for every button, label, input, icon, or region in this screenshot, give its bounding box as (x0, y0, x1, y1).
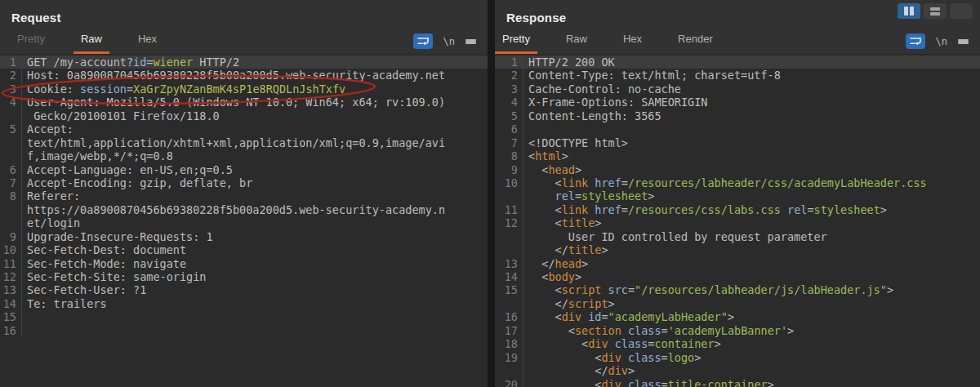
code-line[interactable]: 16 <div id="academyLabHeader"> (495, 310, 980, 323)
response-editor-tools: \n (906, 33, 980, 54)
code-line[interactable]: </div> (495, 364, 980, 377)
code-line[interactable]: 3Cache-Control: no-cache (495, 82, 980, 96)
code-line[interactable]: rel=stylesheet> (495, 189, 980, 202)
line-number: 2 (495, 69, 523, 82)
tab-render[interactable]: Render (670, 33, 720, 54)
show-newlines-toggle[interactable]: \n (936, 36, 947, 47)
code-text: <title> (528, 216, 601, 229)
code-line[interactable]: 18 <div class=container> (495, 337, 980, 350)
line-number: 3 (495, 82, 523, 96)
request-editor[interactable]: 1GET /my-account?id=wiener HTTP/22Host: … (0, 54, 488, 387)
line-number: 9 (0, 230, 22, 243)
code-text: <link href=/resources/css/labs.css rel=s… (528, 203, 887, 216)
code-line[interactable]: 14 <body> (495, 270, 980, 283)
code-text: f,image/webp,*/*;q=0.8 (27, 149, 173, 162)
show-newlines-toggle[interactable]: \n (443, 36, 455, 47)
code-text: text/html,application/xhtml+xml,applicat… (27, 136, 445, 149)
response-title: Response (506, 11, 566, 24)
code-text: Sec-Fetch-Dest: document (27, 243, 186, 256)
tab-pretty[interactable]: Pretty (495, 33, 537, 54)
line-number: 13 (495, 257, 523, 270)
code-line[interactable]: 6 (495, 122, 980, 136)
code-line[interactable]: 10 <link href=/resources/labheader/css/a… (495, 176, 980, 189)
request-panel: Request PrettyRawHex \n (0, 0, 488, 387)
code-line[interactable]: 11Sec-Fetch-Mode: navigate (0, 257, 488, 270)
code-line[interactable]: 14Te: trailers (0, 297, 488, 310)
soft-wrap-toggle-button[interactable] (906, 33, 925, 49)
line-number (495, 297, 523, 310)
code-line[interactable]: 2Host: 0a8900870456b69380228f5b00a200d5.… (0, 69, 488, 82)
code-line[interactable]: 8Referer: (0, 189, 488, 202)
code-line[interactable]: 4User-Agent: Mozilla/5.0 (Windows NT 10.… (0, 96, 488, 109)
code-line[interactable]: 15 <script src="/resources/labheader/js/… (495, 283, 980, 296)
code-text: <!DOCTYPE html> (528, 136, 628, 149)
layout-split-rows-button[interactable] (924, 3, 947, 19)
code-text: <body> (528, 270, 581, 283)
code-line[interactable]: 4X-Frame-Options: SAMEORIGIN (495, 96, 980, 109)
code-line[interactable]: 7Accept-Encoding: gzip, deflate, br (0, 176, 488, 189)
line-number: 19 (495, 351, 523, 364)
code-line[interactable]: 9Upgrade-Insecure-Requests: 1 (0, 230, 488, 243)
code-line[interactable]: 8<html> (495, 149, 980, 162)
panel-divider[interactable] (488, 0, 495, 387)
code-line[interactable]: Gecko/20100101 Firefox/118.0 (0, 109, 488, 122)
code-line[interactable]: 5Content-Length: 3565 (495, 109, 980, 122)
line-number: 4 (0, 96, 22, 109)
code-line[interactable]: 9 <head> (495, 163, 980, 176)
code-line[interactable]: 6Accept-Language: en-US,en;q=0.5 (0, 163, 488, 176)
line-number: 10 (0, 243, 22, 256)
layout-switcher (898, 3, 973, 19)
code-line[interactable]: 12Sec-Fetch-Site: same-origin (0, 270, 488, 283)
code-line[interactable]: text/html,application/xhtml+xml,applicat… (0, 136, 488, 149)
line-number: 7 (495, 136, 523, 149)
code-line[interactable]: 1GET /my-account?id=wiener HTTP/2 (0, 56, 488, 69)
line-number: 5 (495, 109, 523, 122)
soft-wrap-toggle-button[interactable] (413, 33, 433, 49)
code-line[interactable]: 3Cookie: session=XaGrZpyNZanBmK4sP1e8RQD… (0, 82, 488, 96)
tab-hex[interactable]: Hex (131, 33, 164, 54)
code-text: User ID controlled by request parameter (528, 230, 827, 243)
line-number: 14 (495, 270, 523, 283)
code-line[interactable]: 11 <link href=/resources/css/labs.css re… (495, 203, 980, 216)
code-line[interactable]: 5Accept: (0, 122, 488, 136)
code-line[interactable]: 2Content-Type: text/html; charset=utf-8 (495, 69, 980, 82)
request-tabs-row: PrettyRawHex \n (0, 31, 488, 54)
code-line[interactable]: 13Sec-Fetch-User: ?1 (0, 283, 488, 296)
soft-wrap-icon (909, 36, 922, 47)
code-line[interactable]: 7<!DOCTYPE html> (495, 136, 980, 149)
code-line[interactable]: 17 <section class='academyLabBanner'> (495, 324, 980, 337)
code-line[interactable]: 10Sec-Fetch-Dest: document (0, 243, 488, 256)
code-text: Gecko/20100101 Firefox/118.0 (27, 109, 220, 122)
line-number (495, 364, 523, 377)
code-line[interactable]: 13 </head> (495, 257, 980, 270)
tab-pretty[interactable]: Pretty (10, 33, 52, 54)
editor-menu-button[interactable] (958, 39, 969, 44)
line-number: 12 (495, 216, 523, 229)
line-number (495, 230, 523, 243)
code-line[interactable]: 1HTTP/2 200 OK (495, 56, 980, 69)
code-line[interactable]: User ID controlled by request parameter (495, 230, 980, 243)
code-line[interactable]: 19 <div class=logo> (495, 351, 980, 364)
code-line[interactable]: </script> (495, 297, 980, 310)
code-text: rel=stylesheet> (528, 189, 654, 202)
code-line[interactable]: </title> (495, 243, 980, 256)
response-editor[interactable]: 1HTTP/2 200 OK2Content-Type: text/html; … (495, 54, 980, 387)
code-line[interactable]: https://0a8900870456b69380228f5b00a200d5… (0, 203, 488, 216)
tab-raw[interactable]: Raw (74, 33, 109, 54)
tab-hex[interactable]: Hex (616, 33, 649, 54)
line-number: 5 (0, 122, 22, 136)
code-text: X-Frame-Options: SAMEORIGIN (528, 96, 707, 109)
code-line[interactable]: 20 <div class=title-container> (495, 378, 980, 387)
tab-raw[interactable]: Raw (559, 33, 595, 54)
code-text: https://0a8900870456b69380228f5b00a200d5… (27, 203, 445, 216)
code-text: Cookie: session=XaGrZpyNZanBmK4sP1e8RQDL… (27, 82, 345, 96)
code-line[interactable]: 16 (0, 324, 488, 337)
layout-single-panel-button[interactable] (950, 3, 973, 19)
layout-split-columns-button[interactable] (898, 3, 920, 19)
editor-menu-button[interactable] (466, 39, 476, 44)
code-text: Sec-Fetch-Mode: navigate (27, 257, 186, 270)
code-line[interactable]: et/login (0, 216, 488, 229)
code-line[interactable]: f,image/webp,*/*;q=0.8 (0, 149, 488, 162)
code-line[interactable]: 15 (0, 310, 488, 323)
code-line[interactable]: 12 <title> (495, 216, 980, 229)
